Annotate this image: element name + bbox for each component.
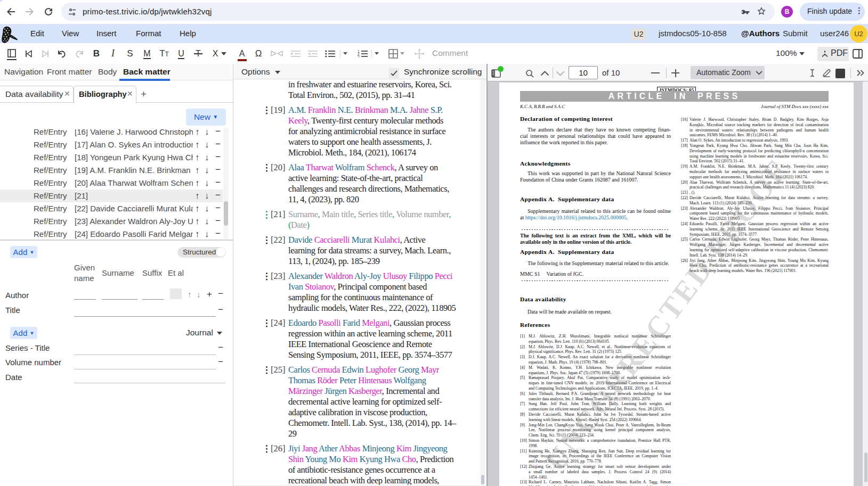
svg-text:3: 3 bbox=[358, 55, 360, 58]
